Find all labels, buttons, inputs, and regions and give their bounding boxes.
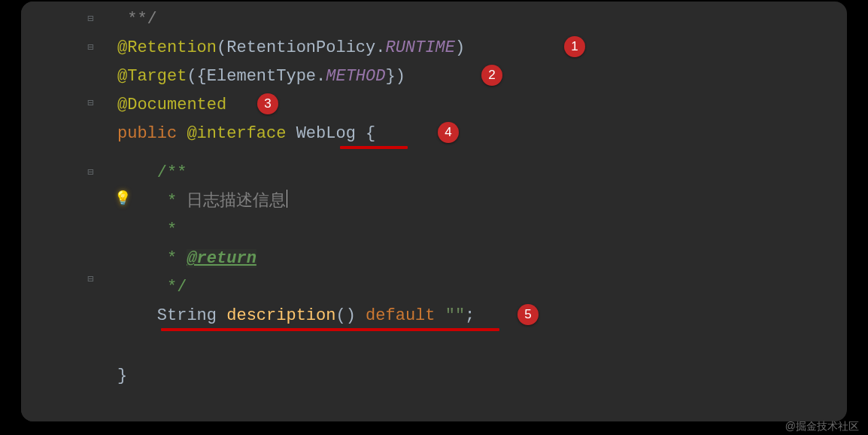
callout-badge-5: 5 (517, 304, 539, 325)
callout-badge-1: 1 (564, 36, 585, 57)
code-line: **/ (117, 6, 157, 33)
code-line: * (117, 217, 177, 244)
watermark: @掘金技术社区 (785, 420, 859, 433)
code-line: @Documented (117, 92, 226, 119)
annotation-underline (340, 146, 408, 149)
code-line: /** (117, 160, 187, 187)
code-area[interactable]: **/ @Retention(RetentionPolicy.RUNTIME) … (117, 2, 847, 421)
annotation-underline (161, 328, 499, 331)
code-line: } (117, 363, 127, 390)
code-line: */ (117, 274, 187, 301)
callout-badge-2: 2 (481, 65, 502, 86)
code-line: public @interface WebLog { (117, 120, 375, 148)
code-line: String description() default ""; (117, 303, 475, 330)
callout-badge-4: 4 (438, 122, 459, 143)
text-cursor (287, 190, 287, 208)
callout-badge-3: 3 (257, 93, 278, 114)
code-line: * @return (117, 245, 256, 272)
fold-marker[interactable]: ⊟ (87, 42, 98, 53)
fold-marker[interactable]: ⊟ (87, 14, 98, 24)
gutter: ⊟ ⊟ ⊟ ⊟ ⊟ 💡 (21, 2, 99, 421)
code-editor[interactable]: ⊟ ⊟ ⊟ ⊟ ⊟ 💡 **/ @Retention(RetentionPoli… (21, 2, 847, 421)
fold-marker[interactable]: ⊟ (87, 274, 98, 284)
code-line: @Target({ElementType.METHOD}) (117, 63, 405, 90)
fold-marker[interactable]: ⊟ (87, 98, 98, 108)
fold-marker[interactable]: ⊟ (87, 167, 98, 178)
code-line: * 日志描述信息 (117, 188, 287, 215)
code-line: @Retention(RetentionPolicy.RUNTIME) (117, 35, 465, 62)
